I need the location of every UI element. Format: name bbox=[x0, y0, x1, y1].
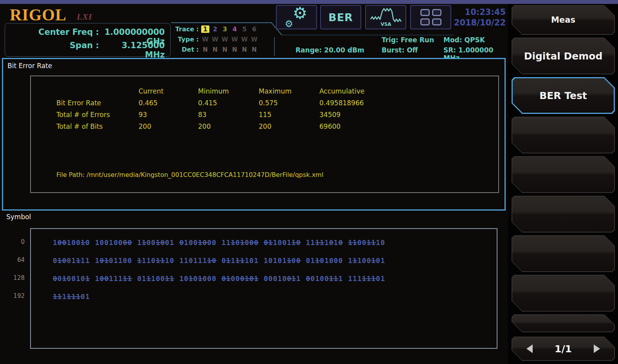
trace-type-values: WWWWWW bbox=[201, 36, 260, 43]
ber-panel: Bit Error Rate CurrentMinimumMaximumAccu… bbox=[2, 58, 506, 211]
ber-row-label: Bit Error Rate bbox=[56, 99, 139, 111]
ber-value: 0.415 bbox=[198, 99, 259, 111]
ber-col-spacer bbox=[56, 87, 139, 99]
multi-window-button[interactable] bbox=[410, 5, 451, 29]
trace-2[interactable]: 2 bbox=[211, 25, 219, 33]
trace-letter: W bbox=[221, 36, 229, 43]
trace-numbers: 123456 bbox=[201, 25, 260, 33]
trace-letter: N bbox=[231, 46, 239, 53]
ber-col-header: Minimum bbox=[198, 87, 259, 99]
trace-label: Trace : bbox=[172, 25, 199, 33]
gear-icon: ⚙⚙ bbox=[285, 7, 308, 27]
softkey-ber-test[interactable]: BER Test bbox=[512, 77, 615, 114]
vsa-mode-button[interactable]: VSA bbox=[365, 5, 406, 29]
softkey-blank[interactable] bbox=[512, 196, 615, 232]
softkey-blank[interactable] bbox=[512, 235, 615, 272]
ber-row-label: Total # of Bits bbox=[56, 123, 139, 134]
system-settings-button[interactable]: ⚙⚙ bbox=[276, 5, 317, 29]
softkey-label: Digital Demod bbox=[524, 50, 603, 62]
ber-value: 69600 bbox=[319, 123, 421, 134]
trace-3[interactable]: 3 bbox=[221, 25, 229, 33]
ber-value: 200 bbox=[139, 123, 198, 134]
symbol-row-index: 64 bbox=[7, 256, 25, 263]
ber-value: 93 bbox=[139, 111, 198, 123]
trace-letter: W bbox=[231, 36, 239, 43]
ber-col-header: Maximum bbox=[259, 87, 319, 99]
softkey-label: BER Test bbox=[539, 90, 587, 101]
trace-letter: N bbox=[240, 46, 249, 53]
frequency-box: Center Freq : 1.000000000 GHz Span : 3.1… bbox=[5, 23, 171, 57]
header: RIGOL LXI Center Freq : 1.000000000 GHz … bbox=[0, 4, 508, 58]
symbol-row-index: 0 bbox=[7, 238, 25, 245]
softkey-blank[interactable] bbox=[512, 156, 615, 193]
span-value[interactable]: 3.125000 MHz bbox=[99, 41, 170, 52]
sidebar-buttons: MeasDigital DemodBER Test bbox=[512, 5, 615, 332]
softkey-blank[interactable] bbox=[512, 275, 615, 312]
softkey-meas[interactable]: Meas bbox=[512, 5, 615, 35]
symbol-row-index: 192 bbox=[7, 292, 25, 299]
prev-page-icon[interactable] bbox=[526, 344, 533, 353]
trace-6[interactable]: 6 bbox=[250, 25, 258, 33]
ber-value: 0.465 bbox=[139, 99, 198, 111]
trace-letter: W bbox=[201, 36, 209, 43]
range-status: Range: 20.00 dBm bbox=[295, 46, 364, 54]
symbol-row: 0100111110101100111011101101111001111101… bbox=[53, 256, 390, 265]
symbol-table: 0100100101001000011001001010010001110100… bbox=[30, 228, 497, 349]
trace-5[interactable]: 5 bbox=[240, 25, 249, 33]
ber-col-header: Current bbox=[139, 87, 198, 99]
clock: 10:23:45 2018/10/22 bbox=[450, 7, 506, 28]
softkey-page-control[interactable]: 1/1 bbox=[512, 337, 615, 361]
rigol-logo: RIGOL bbox=[10, 5, 67, 24]
softkey-menu: MeasDigital DemodBER Test 1/1 bbox=[508, 4, 618, 364]
symbol-row-index: 128 bbox=[7, 274, 25, 281]
trace-letter: N bbox=[201, 46, 209, 53]
header-separator bbox=[274, 37, 275, 56]
center-freq-value[interactable]: 1.000000000 GHz bbox=[99, 27, 170, 39]
header-tab-line bbox=[171, 22, 272, 23]
mod-status: Mod: QPSK bbox=[443, 36, 485, 44]
span-label: Span : bbox=[5, 41, 99, 52]
ber-value: 0.575 bbox=[259, 99, 319, 111]
ber-value: 200 bbox=[259, 123, 319, 134]
ber-results-box: CurrentMinimumMaximumAccumulativeBit Err… bbox=[30, 76, 499, 193]
svg-text:VSA: VSA bbox=[380, 22, 391, 27]
vsa-waveform-icon: VSA bbox=[369, 7, 402, 27]
trace-letter: W bbox=[250, 36, 258, 43]
time: 10:23:45 bbox=[450, 7, 506, 18]
trace-letter: N bbox=[211, 46, 219, 53]
next-page-icon[interactable] bbox=[594, 344, 600, 353]
trace-1[interactable]: 1 bbox=[201, 25, 209, 33]
ber-value: 83 bbox=[198, 111, 259, 123]
trace-det-values: NNNNNN bbox=[201, 46, 260, 53]
trace-letter: N bbox=[250, 46, 258, 53]
softkey-digital-demod[interactable]: Digital Demod bbox=[512, 38, 615, 74]
ber-icon: BER bbox=[328, 11, 353, 23]
trace-type-label: Type : bbox=[172, 36, 199, 43]
lxi-logo: LXI bbox=[77, 12, 92, 22]
ber-mode-button[interactable]: BER bbox=[320, 5, 361, 29]
instrument-screen: RIGOL LXI Center Freq : 1.000000000 GHz … bbox=[0, 0, 618, 364]
ber-panel-title: Bit Error Rate bbox=[7, 62, 52, 70]
symbol-row: 11111101 bbox=[53, 292, 95, 301]
ber-table: CurrentMinimumMaximumAccumulativeBit Err… bbox=[56, 87, 421, 134]
trace-4[interactable]: 4 bbox=[231, 25, 239, 33]
top-strip bbox=[0, 0, 618, 4]
softkey-blank[interactable] bbox=[512, 117, 615, 153]
header-underline bbox=[282, 35, 454, 35]
ber-row-label: Total # of Errors bbox=[56, 111, 139, 123]
ber-value: 0.495818966 bbox=[319, 99, 421, 111]
symbol-row: 1001001010010000110010010100100011101000… bbox=[53, 238, 390, 247]
trace-letter: W bbox=[240, 36, 249, 43]
file-path: File Path: /mnt/user/media/Kingston_001C… bbox=[56, 171, 323, 178]
symbol-panel-title: Symbol bbox=[6, 213, 31, 221]
ber-value: 34509 bbox=[319, 111, 421, 123]
trig-status: Trig: Free Run bbox=[382, 36, 434, 44]
ber-value: 200 bbox=[198, 123, 259, 134]
center-freq-label: Center Freq : bbox=[5, 27, 99, 39]
softkey-blank[interactable] bbox=[512, 314, 615, 332]
ber-col-header: Accumulative bbox=[319, 87, 421, 99]
trace-det-label: Det : bbox=[172, 46, 199, 53]
trace-letter: N bbox=[221, 46, 229, 53]
softkey-label: Meas bbox=[551, 15, 575, 25]
date: 2018/10/22 bbox=[450, 18, 506, 28]
